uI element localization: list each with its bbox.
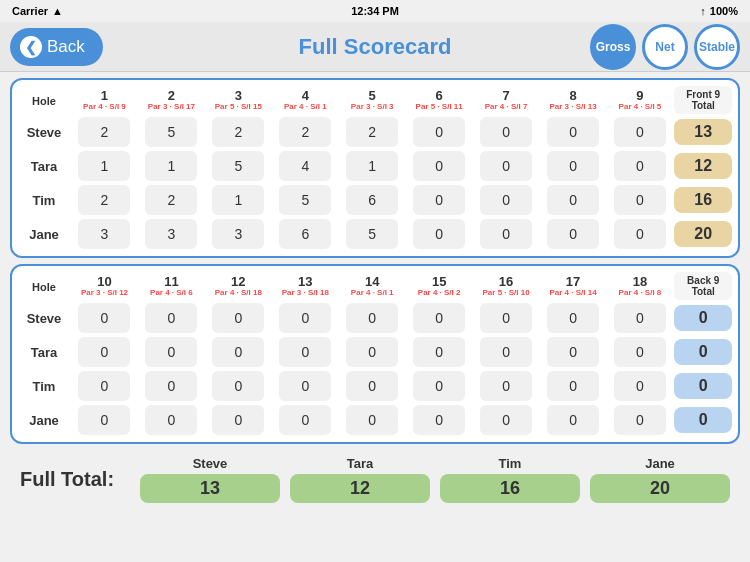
score-cell[interactable]: 0 <box>608 404 673 436</box>
score-cell[interactable]: 1 <box>139 150 204 182</box>
hole11-header: 11Par 4 · S/I 6 <box>139 272 204 300</box>
score-cell[interactable]: 0 <box>340 404 405 436</box>
score-cell[interactable]: 0 <box>340 370 405 402</box>
full-total-score: 13 <box>140 474 280 503</box>
score-cell[interactable]: 0 <box>273 404 338 436</box>
score-cell[interactable]: 2 <box>139 184 204 216</box>
score-cell[interactable]: 0 <box>608 184 673 216</box>
player-name-jane: Jane <box>18 218 70 250</box>
score-cell[interactable]: 3 <box>72 218 137 250</box>
score-cell[interactable]: 0 <box>139 404 204 436</box>
net-tab[interactable]: Net <box>642 24 688 70</box>
score-cell[interactable]: 0 <box>474 336 539 368</box>
score-cell[interactable]: 0 <box>541 370 606 402</box>
score-cell[interactable]: 0 <box>474 184 539 216</box>
score-cell[interactable]: 0 <box>608 116 673 148</box>
score-cell[interactable]: 0 <box>541 218 606 250</box>
score-cell[interactable]: 0 <box>206 370 271 402</box>
front-nine-row-tim: Tim22156000016 <box>18 184 732 216</box>
score-cell[interactable]: 6 <box>273 218 338 250</box>
back-total-cell: 0 <box>674 370 732 402</box>
score-cell[interactable]: 0 <box>407 116 472 148</box>
score-cell[interactable]: 0 <box>541 404 606 436</box>
score-cell[interactable]: 1 <box>206 184 271 216</box>
score-cell[interactable]: 0 <box>72 370 137 402</box>
score-cell[interactable]: 0 <box>541 302 606 334</box>
back-nine-table: Hole 10Par 3 · S/I 12 11Par 4 · S/I 6 12… <box>16 270 734 438</box>
hole18-header: 18Par 4 · S/I 8 <box>608 272 673 300</box>
score-cell[interactable]: 1 <box>72 150 137 182</box>
score-cell[interactable]: 0 <box>407 184 472 216</box>
score-cell[interactable]: 5 <box>206 150 271 182</box>
score-cell[interactable]: 0 <box>139 302 204 334</box>
score-cell[interactable]: 0 <box>474 302 539 334</box>
score-cell[interactable]: 0 <box>407 404 472 436</box>
score-cell[interactable]: 0 <box>139 370 204 402</box>
score-cell[interactable]: 5 <box>340 218 405 250</box>
full-total-players: Steve 13 Tara 12 Tim 16 Jane 20 <box>140 456 730 503</box>
gross-tab[interactable]: Gross <box>590 24 636 70</box>
score-cell[interactable]: 0 <box>608 302 673 334</box>
score-cell[interactable]: 0 <box>407 336 472 368</box>
score-cell[interactable]: 0 <box>608 218 673 250</box>
score-cell[interactable]: 4 <box>273 150 338 182</box>
header: ❮ Back Full Scorecard Gross Net Stable <box>0 22 750 72</box>
score-cell[interactable]: 0 <box>273 302 338 334</box>
hole17-header: 17Par 4 · S/I 14 <box>541 272 606 300</box>
score-cell[interactable]: 0 <box>608 150 673 182</box>
score-cell[interactable]: 0 <box>608 336 673 368</box>
score-cell[interactable]: 0 <box>273 336 338 368</box>
score-cell[interactable]: 5 <box>139 116 204 148</box>
score-cell[interactable]: 0 <box>206 404 271 436</box>
score-cell[interactable]: 2 <box>72 116 137 148</box>
hole9-header: 9Par 4 · S/I 5 <box>608 86 673 114</box>
score-cell[interactable]: 0 <box>474 218 539 250</box>
player-name-tara: Tara <box>18 150 70 182</box>
score-cell[interactable]: 2 <box>340 116 405 148</box>
front-nine-section: Hole 1Par 4 · S/I 9 2Par 3 · S/I 17 3Par… <box>10 78 740 258</box>
score-cell[interactable]: 0 <box>474 370 539 402</box>
hole8-header: 8Par 3 · S/I 13 <box>541 86 606 114</box>
score-cell[interactable]: 0 <box>72 336 137 368</box>
front-total-cell: 16 <box>674 184 732 216</box>
hole13-header: 13Par 3 · S/I 18 <box>273 272 338 300</box>
full-total-player-name: Steve <box>193 456 228 471</box>
score-cell[interactable]: 0 <box>541 336 606 368</box>
score-cell[interactable]: 0 <box>273 370 338 402</box>
score-cell[interactable]: 3 <box>139 218 204 250</box>
full-total-score: 16 <box>440 474 580 503</box>
score-cell[interactable]: 0 <box>541 184 606 216</box>
score-cell[interactable]: 5 <box>273 184 338 216</box>
score-cell[interactable]: 0 <box>541 116 606 148</box>
hole-col-header: Hole <box>18 86 70 114</box>
score-cell[interactable]: 0 <box>407 370 472 402</box>
score-cell[interactable]: 2 <box>72 184 137 216</box>
score-cell[interactable]: 0 <box>474 150 539 182</box>
score-cell[interactable]: 0 <box>72 302 137 334</box>
score-cell[interactable]: 0 <box>340 302 405 334</box>
score-cell[interactable]: 0 <box>474 404 539 436</box>
score-cell[interactable]: 0 <box>407 150 472 182</box>
full-total-score: 20 <box>590 474 730 503</box>
score-cell[interactable]: 0 <box>206 336 271 368</box>
back-nine-row-tara: Tara0000000000 <box>18 336 732 368</box>
score-cell[interactable]: 0 <box>541 150 606 182</box>
back-button[interactable]: ❮ Back <box>10 28 103 66</box>
score-cell[interactable]: 1 <box>340 150 405 182</box>
full-total-player-name: Jane <box>645 456 675 471</box>
score-cell[interactable]: 0 <box>139 336 204 368</box>
score-cell[interactable]: 0 <box>72 404 137 436</box>
score-cell[interactable]: 0 <box>608 370 673 402</box>
score-cell[interactable]: 2 <box>206 116 271 148</box>
full-total-player-steve: Steve 13 <box>140 456 280 503</box>
wifi-icon: ▲ <box>52 5 63 17</box>
score-cell[interactable]: 0 <box>474 116 539 148</box>
score-cell[interactable]: 2 <box>273 116 338 148</box>
score-cell[interactable]: 0 <box>340 336 405 368</box>
score-cell[interactable]: 3 <box>206 218 271 250</box>
score-cell[interactable]: 6 <box>340 184 405 216</box>
score-cell[interactable]: 0 <box>407 218 472 250</box>
score-cell[interactable]: 0 <box>206 302 271 334</box>
score-cell[interactable]: 0 <box>407 302 472 334</box>
stable-tab[interactable]: Stable <box>694 24 740 70</box>
